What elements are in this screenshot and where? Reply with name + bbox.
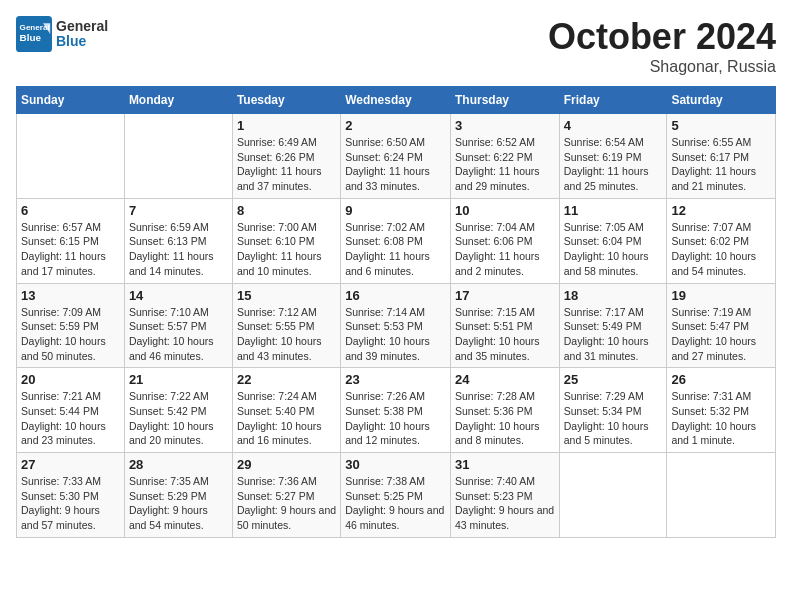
day-number: 27 — [21, 457, 120, 472]
day-info: Sunrise: 7:28 AM Sunset: 5:36 PM Dayligh… — [455, 389, 555, 448]
day-number: 29 — [237, 457, 336, 472]
day-cell — [559, 453, 667, 538]
day-cell: 2Sunrise: 6:50 AM Sunset: 6:24 PM Daylig… — [341, 114, 451, 199]
day-number: 19 — [671, 288, 771, 303]
day-cell: 4Sunrise: 6:54 AM Sunset: 6:19 PM Daylig… — [559, 114, 667, 199]
week-row-3: 13Sunrise: 7:09 AM Sunset: 5:59 PM Dayli… — [17, 283, 776, 368]
logo-blue-text: Blue — [56, 34, 108, 49]
day-info: Sunrise: 7:02 AM Sunset: 6:08 PM Dayligh… — [345, 220, 446, 279]
day-cell: 8Sunrise: 7:00 AM Sunset: 6:10 PM Daylig… — [232, 198, 340, 283]
day-info: Sunrise: 7:21 AM Sunset: 5:44 PM Dayligh… — [21, 389, 120, 448]
calendar-table: Sunday Monday Tuesday Wednesday Thursday… — [16, 86, 776, 538]
day-info: Sunrise: 7:38 AM Sunset: 5:25 PM Dayligh… — [345, 474, 446, 533]
day-number: 22 — [237, 372, 336, 387]
day-info: Sunrise: 7:36 AM Sunset: 5:27 PM Dayligh… — [237, 474, 336, 533]
day-cell: 5Sunrise: 6:55 AM Sunset: 6:17 PM Daylig… — [667, 114, 776, 199]
day-number: 2 — [345, 118, 446, 133]
day-cell: 17Sunrise: 7:15 AM Sunset: 5:51 PM Dayli… — [450, 283, 559, 368]
day-info: Sunrise: 7:07 AM Sunset: 6:02 PM Dayligh… — [671, 220, 771, 279]
week-row-5: 27Sunrise: 7:33 AM Sunset: 5:30 PM Dayli… — [17, 453, 776, 538]
day-number: 15 — [237, 288, 336, 303]
header: General Blue General Blue October 2024 S… — [16, 16, 776, 76]
week-row-1: 1Sunrise: 6:49 AM Sunset: 6:26 PM Daylig… — [17, 114, 776, 199]
col-monday: Monday — [124, 87, 232, 114]
day-cell: 20Sunrise: 7:21 AM Sunset: 5:44 PM Dayli… — [17, 368, 125, 453]
day-cell: 15Sunrise: 7:12 AM Sunset: 5:55 PM Dayli… — [232, 283, 340, 368]
day-cell: 28Sunrise: 7:35 AM Sunset: 5:29 PM Dayli… — [124, 453, 232, 538]
day-cell: 29Sunrise: 7:36 AM Sunset: 5:27 PM Dayli… — [232, 453, 340, 538]
day-cell: 14Sunrise: 7:10 AM Sunset: 5:57 PM Dayli… — [124, 283, 232, 368]
day-number: 31 — [455, 457, 555, 472]
day-cell: 12Sunrise: 7:07 AM Sunset: 6:02 PM Dayli… — [667, 198, 776, 283]
day-info: Sunrise: 7:15 AM Sunset: 5:51 PM Dayligh… — [455, 305, 555, 364]
day-number: 21 — [129, 372, 228, 387]
day-info: Sunrise: 7:12 AM Sunset: 5:55 PM Dayligh… — [237, 305, 336, 364]
day-cell: 10Sunrise: 7:04 AM Sunset: 6:06 PM Dayli… — [450, 198, 559, 283]
col-tuesday: Tuesday — [232, 87, 340, 114]
day-number: 20 — [21, 372, 120, 387]
day-number: 18 — [564, 288, 663, 303]
day-info: Sunrise: 7:00 AM Sunset: 6:10 PM Dayligh… — [237, 220, 336, 279]
day-cell: 30Sunrise: 7:38 AM Sunset: 5:25 PM Dayli… — [341, 453, 451, 538]
col-friday: Friday — [559, 87, 667, 114]
day-cell — [17, 114, 125, 199]
logo: General Blue General Blue — [16, 16, 108, 52]
day-cell: 19Sunrise: 7:19 AM Sunset: 5:47 PM Dayli… — [667, 283, 776, 368]
day-number: 30 — [345, 457, 446, 472]
week-row-4: 20Sunrise: 7:21 AM Sunset: 5:44 PM Dayli… — [17, 368, 776, 453]
day-number: 3 — [455, 118, 555, 133]
day-cell: 26Sunrise: 7:31 AM Sunset: 5:32 PM Dayli… — [667, 368, 776, 453]
day-number: 1 — [237, 118, 336, 133]
day-cell: 6Sunrise: 6:57 AM Sunset: 6:15 PM Daylig… — [17, 198, 125, 283]
day-cell: 9Sunrise: 7:02 AM Sunset: 6:08 PM Daylig… — [341, 198, 451, 283]
day-info: Sunrise: 7:14 AM Sunset: 5:53 PM Dayligh… — [345, 305, 446, 364]
day-number: 4 — [564, 118, 663, 133]
day-info: Sunrise: 7:40 AM Sunset: 5:23 PM Dayligh… — [455, 474, 555, 533]
day-info: Sunrise: 7:17 AM Sunset: 5:49 PM Dayligh… — [564, 305, 663, 364]
day-info: Sunrise: 7:05 AM Sunset: 6:04 PM Dayligh… — [564, 220, 663, 279]
day-number: 10 — [455, 203, 555, 218]
day-info: Sunrise: 7:33 AM Sunset: 5:30 PM Dayligh… — [21, 474, 120, 533]
day-cell: 7Sunrise: 6:59 AM Sunset: 6:13 PM Daylig… — [124, 198, 232, 283]
day-cell: 16Sunrise: 7:14 AM Sunset: 5:53 PM Dayli… — [341, 283, 451, 368]
day-number: 14 — [129, 288, 228, 303]
day-info: Sunrise: 7:26 AM Sunset: 5:38 PM Dayligh… — [345, 389, 446, 448]
day-cell: 31Sunrise: 7:40 AM Sunset: 5:23 PM Dayli… — [450, 453, 559, 538]
logo-svg: General Blue — [16, 16, 52, 52]
day-number: 12 — [671, 203, 771, 218]
day-info: Sunrise: 7:10 AM Sunset: 5:57 PM Dayligh… — [129, 305, 228, 364]
day-number: 13 — [21, 288, 120, 303]
day-cell: 24Sunrise: 7:28 AM Sunset: 5:36 PM Dayli… — [450, 368, 559, 453]
day-number: 28 — [129, 457, 228, 472]
day-info: Sunrise: 7:09 AM Sunset: 5:59 PM Dayligh… — [21, 305, 120, 364]
day-info: Sunrise: 6:52 AM Sunset: 6:22 PM Dayligh… — [455, 135, 555, 194]
day-cell: 3Sunrise: 6:52 AM Sunset: 6:22 PM Daylig… — [450, 114, 559, 199]
col-sunday: Sunday — [17, 87, 125, 114]
title-area: October 2024 Shagonar, Russia — [548, 16, 776, 76]
day-cell — [667, 453, 776, 538]
svg-text:Blue: Blue — [20, 32, 42, 43]
day-info: Sunrise: 6:55 AM Sunset: 6:17 PM Dayligh… — [671, 135, 771, 194]
day-cell: 1Sunrise: 6:49 AM Sunset: 6:26 PM Daylig… — [232, 114, 340, 199]
day-cell: 21Sunrise: 7:22 AM Sunset: 5:42 PM Dayli… — [124, 368, 232, 453]
day-cell: 25Sunrise: 7:29 AM Sunset: 5:34 PM Dayli… — [559, 368, 667, 453]
day-number: 16 — [345, 288, 446, 303]
day-cell: 22Sunrise: 7:24 AM Sunset: 5:40 PM Dayli… — [232, 368, 340, 453]
day-number: 24 — [455, 372, 555, 387]
day-cell: 13Sunrise: 7:09 AM Sunset: 5:59 PM Dayli… — [17, 283, 125, 368]
week-row-2: 6Sunrise: 6:57 AM Sunset: 6:15 PM Daylig… — [17, 198, 776, 283]
col-saturday: Saturday — [667, 87, 776, 114]
day-info: Sunrise: 6:49 AM Sunset: 6:26 PM Dayligh… — [237, 135, 336, 194]
col-wednesday: Wednesday — [341, 87, 451, 114]
day-number: 8 — [237, 203, 336, 218]
day-cell: 18Sunrise: 7:17 AM Sunset: 5:49 PM Dayli… — [559, 283, 667, 368]
day-cell: 23Sunrise: 7:26 AM Sunset: 5:38 PM Dayli… — [341, 368, 451, 453]
day-info: Sunrise: 6:59 AM Sunset: 6:13 PM Dayligh… — [129, 220, 228, 279]
day-info: Sunrise: 7:29 AM Sunset: 5:34 PM Dayligh… — [564, 389, 663, 448]
day-info: Sunrise: 7:22 AM Sunset: 5:42 PM Dayligh… — [129, 389, 228, 448]
day-info: Sunrise: 7:24 AM Sunset: 5:40 PM Dayligh… — [237, 389, 336, 448]
day-number: 26 — [671, 372, 771, 387]
day-cell: 11Sunrise: 7:05 AM Sunset: 6:04 PM Dayli… — [559, 198, 667, 283]
day-number: 7 — [129, 203, 228, 218]
day-number: 5 — [671, 118, 771, 133]
